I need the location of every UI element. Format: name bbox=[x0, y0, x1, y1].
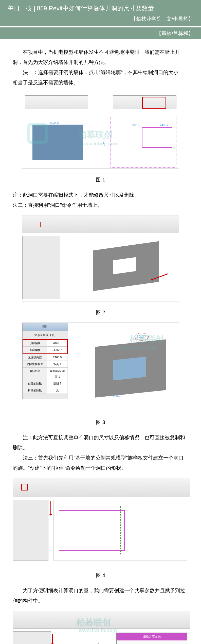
paragraph-note2: 注：此方法可直接调整单个洞口的尺寸以及偏移情况，也可直接被复制和删除。 bbox=[13, 432, 188, 453]
watermark-logo bbox=[27, 123, 48, 144]
figure-3-caption: 图 3 bbox=[13, 417, 188, 427]
properties-panel bbox=[22, 236, 60, 299]
revit-ribbon bbox=[13, 611, 190, 629]
figure-2: 图 2 bbox=[13, 215, 188, 317]
figure-3: 属性 矩形直墙洞口 (1) 顶部偏移2826.8 底部偏移-4992.7 无连接… bbox=[13, 323, 188, 427]
article-body: 在项目中，当机电模型和墙体发生不可避免地冲突时，我们需在墙上开洞，首先为大家介绍… bbox=[0, 39, 201, 644]
revit-ribbon-opening bbox=[22, 215, 179, 233]
revit-toolbar-left bbox=[25, 95, 88, 109]
extrusion-sketch bbox=[59, 510, 125, 551]
paragraph-note1: 注：此洞口需要在编辑模式下，才能修改尺寸以及删除。 bbox=[13, 190, 188, 200]
wall-3d-with-dimensions: 3012.7 2893.0 bbox=[85, 333, 171, 399]
red-arrow-icon bbox=[52, 634, 53, 644]
figure-2-caption: 图 2 bbox=[13, 307, 188, 317]
article-byline: 【攀枝花学院，文/李昱辉】 bbox=[8, 15, 193, 22]
article-reviewer: 【审核/吕栋和】 bbox=[0, 27, 201, 39]
properties-panel bbox=[13, 631, 51, 644]
figure-4: 图 4 bbox=[13, 478, 188, 580]
article-title: 每日一技 | 859 Revit中如何计算墙体开洞的尺寸及数量 bbox=[8, 4, 193, 13]
dimension-bottom: 2893.0 bbox=[113, 393, 122, 399]
family-editor-ribbon bbox=[13, 478, 190, 497]
paragraph-method3: 法三：首先我们先利用"基于墙的公制常规模型"族样板文件建立一个洞口的族。"创建"… bbox=[13, 453, 188, 473]
article-header: 每日一技 | 859 Revit中如何计算墙体开洞的尺寸及数量 【攀枝花学院，文… bbox=[0, 0, 201, 26]
sketch-canvas bbox=[53, 500, 187, 561]
red-arrow-icon bbox=[50, 501, 51, 515]
figure-1: 3300.0 2405.2 柏慕联创 www.lcbim.com 图 1 bbox=[13, 93, 188, 185]
properties-panel-opening: 属性 矩形直墙洞口 (1) 顶部偏移2826.8 底部偏移-4992.7 无连接… bbox=[22, 323, 68, 399]
family-3d-view bbox=[53, 631, 109, 644]
paragraph-intro: 在项目中，当机电模型和墙体发生不可避免地冲突时，我们需在墙上开洞，首先为大家介绍… bbox=[13, 47, 188, 67]
paragraph-shared-param: 为了方便明细表计算洞口的量，我们需要创建一个共享参数并且赋予到拉伸的构件中。 bbox=[13, 585, 188, 606]
properties-panel bbox=[13, 500, 48, 561]
paragraph-method1: 法一：选择需要开洞的墙体，点击"编辑轮廓"，在其中绘制洞口的大小，相当于是反选不… bbox=[13, 67, 188, 88]
wall-3d-with-opening bbox=[93, 246, 164, 292]
figure-1-caption: 图 1 bbox=[13, 175, 188, 185]
shared-parameter-dialog: 编辑共享参数 共享参数文件(S): 参数组(G): 参数(P): 长度(L) 面… bbox=[116, 633, 187, 644]
revit-toolbar-right-highlighted bbox=[113, 95, 176, 109]
wall-sketch-outline: 3300.0 2405.2 bbox=[111, 117, 176, 168]
figure-5: 编辑共享参数 共享参数文件(S): 参数组(G): 参数(P): 长度(L) 面… bbox=[13, 611, 188, 644]
dimension-top: 3012.7 bbox=[135, 333, 149, 341]
paragraph-method2: 法二：直接利用"洞口"命令作用于墙上。 bbox=[13, 200, 188, 210]
figure-4-caption: 图 4 bbox=[13, 570, 188, 580]
